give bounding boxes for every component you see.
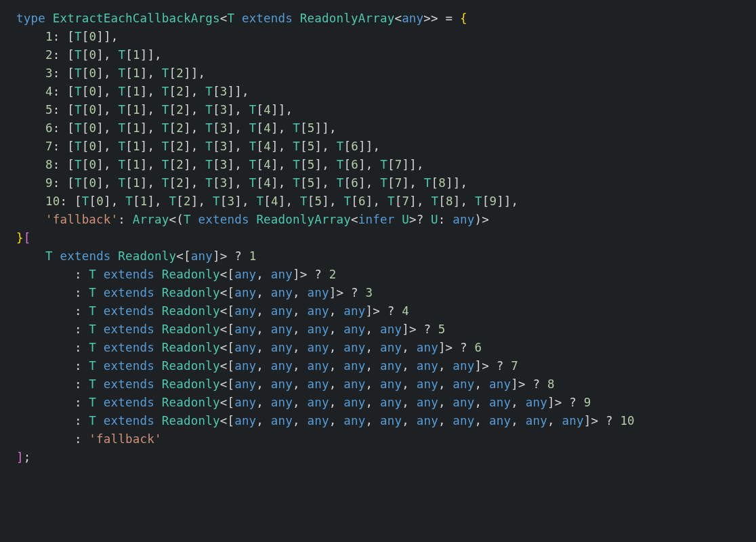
code-editor-content[interactable]: type ExtractEachCallbackArgs<T extends R…	[0, 0, 756, 479]
